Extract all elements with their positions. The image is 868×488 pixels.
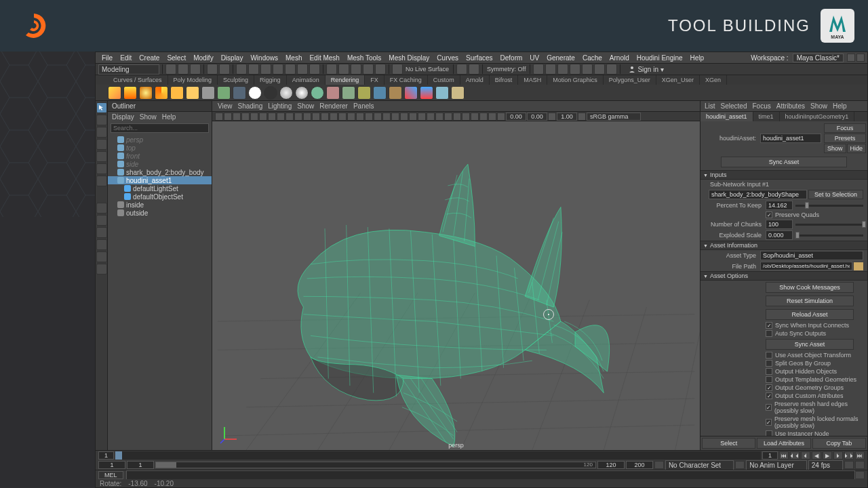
layout-outliner[interactable] <box>96 264 107 274</box>
vp-icon[interactable] <box>277 113 285 121</box>
select-mask-icon[interactable] <box>309 64 320 75</box>
vp-menu-item[interactable]: Panels <box>353 102 374 110</box>
paint-select-tool[interactable] <box>96 127 107 138</box>
select-hierarchy-icon[interactable] <box>260 64 271 75</box>
shelf-tab[interactable]: Custom <box>428 75 460 85</box>
step-back-button[interactable]: ⏴⏴ <box>790 451 800 460</box>
time-current-end[interactable]: 1 <box>762 451 778 460</box>
shelf-tab[interactable]: MASH <box>518 75 547 85</box>
vp-icon[interactable] <box>338 113 347 121</box>
shelf-tab[interactable]: XGen <box>700 75 727 85</box>
time-current[interactable]: 1 <box>98 451 114 460</box>
render-current-icon[interactable] <box>201 86 215 100</box>
vp-far-clip[interactable]: 0.00 <box>527 113 547 121</box>
vp-icon[interactable] <box>374 113 382 121</box>
vp-icon[interactable] <box>427 113 435 121</box>
outliner-item[interactable]: shark_body_2:body_body <box>108 168 212 176</box>
attr-menu-item[interactable]: Show <box>810 102 827 110</box>
checkbox[interactable]: ✓ <box>766 404 772 411</box>
use-background-icon[interactable] <box>389 86 402 100</box>
select-tool[interactable] <box>96 102 107 113</box>
save-scene-icon[interactable] <box>190 64 201 75</box>
render-settings-icon[interactable] <box>570 64 580 75</box>
light-editor-icon[interactable] <box>451 86 465 100</box>
vp-icon[interactable] <box>330 113 338 121</box>
render-view-icon[interactable] <box>557 64 568 75</box>
shelf-tab-rendering[interactable]: Rendering <box>326 75 366 85</box>
vp-icon[interactable] <box>233 113 241 121</box>
layout-single[interactable] <box>96 203 107 214</box>
num-chunks-slider[interactable] <box>795 224 863 226</box>
layout-two-side[interactable] <box>96 239 107 250</box>
layered-shader-icon[interactable] <box>326 86 340 100</box>
snap-grid-icon[interactable] <box>326 64 337 75</box>
snap-point-icon[interactable] <box>351 64 361 75</box>
surface-shader-icon[interactable] <box>373 86 387 100</box>
menu-item[interactable]: UV <box>526 54 542 62</box>
reset-sim-button[interactable]: Reset Simulation <box>766 296 854 306</box>
menu-item[interactable]: Windows <box>247 54 281 62</box>
shelf-tab[interactable]: XGen_User <box>656 75 700 85</box>
range-start-outer[interactable]: 1 <box>98 461 125 469</box>
attr-tab[interactable]: houdini_asset1 <box>701 112 753 121</box>
command-input[interactable] <box>126 470 855 480</box>
workspace-selector[interactable]: Maya Classic* <box>793 54 844 62</box>
menu-item[interactable]: Edit <box>117 54 135 62</box>
area-light-icon[interactable] <box>170 86 184 100</box>
vp-icon[interactable] <box>391 113 399 121</box>
menu-item[interactable]: Modify <box>190 54 216 62</box>
checkbox[interactable]: ✓ <box>766 322 772 329</box>
magnet-icon[interactable] <box>392 64 403 75</box>
reload-asset-button[interactable]: Reload Asset <box>766 309 854 320</box>
hide-button[interactable]: Hide <box>847 144 867 153</box>
file-path-field[interactable] <box>760 262 852 270</box>
ws-icon[interactable] <box>847 54 855 62</box>
set-to-selection-button[interactable]: Set to Selection <box>808 190 863 199</box>
attr-tab[interactable]: houdiniInputGeometry1 <box>780 112 855 121</box>
checkbox[interactable] <box>766 368 772 375</box>
vp-menu-item[interactable]: Renderer <box>319 102 348 110</box>
percent-keep-slider[interactable] <box>795 205 863 207</box>
checkbox[interactable] <box>766 360 772 367</box>
checkbox[interactable]: ✓ <box>766 392 772 399</box>
key-icon[interactable] <box>654 461 664 469</box>
vp-icon[interactable] <box>497 113 505 121</box>
vp-icon[interactable] <box>409 113 417 121</box>
forward-end-button[interactable]: ⏭ <box>855 451 865 460</box>
range-start-inner[interactable]: 1 <box>127 461 154 469</box>
vp-icon[interactable] <box>224 113 232 121</box>
ipr-render-icon[interactable] <box>217 86 231 100</box>
attr-menu-item[interactable]: Focus <box>752 102 770 110</box>
outliner-item[interactable]: outside <box>108 209 212 217</box>
rotate-tool[interactable] <box>96 151 107 162</box>
outliner-item[interactable]: persp <box>108 136 212 144</box>
autokey-button[interactable] <box>844 461 854 469</box>
shelf-tab[interactable]: FX Caching <box>384 75 428 85</box>
shelf-tab[interactable]: Arnold <box>460 75 490 85</box>
lasso-tool[interactable] <box>96 115 107 125</box>
menu-item[interactable]: Mesh Display <box>385 54 433 62</box>
lambert-icon[interactable] <box>311 86 324 100</box>
menu-item[interactable]: Help <box>687 54 708 62</box>
outliner-search[interactable] <box>111 123 209 133</box>
vp-icon[interactable] <box>471 113 479 121</box>
layout-three[interactable] <box>96 251 107 262</box>
ramp-shader-icon[interactable] <box>342 86 355 100</box>
menu-item[interactable]: Create <box>136 54 163 62</box>
sync-asset-button[interactable]: Sync Asset <box>721 157 847 167</box>
play-fwd-button[interactable]: ▶ <box>823 451 832 460</box>
vp-icon[interactable] <box>285 113 294 121</box>
checkbox[interactable]: ✓ <box>766 419 772 426</box>
vp-icon[interactable] <box>453 113 461 121</box>
shelf-tab[interactable]: Animation <box>287 75 326 85</box>
outliner-item[interactable]: inside <box>108 201 212 209</box>
spot-light-icon[interactable] <box>155 86 168 100</box>
layer-icon[interactable] <box>735 461 745 469</box>
node-name-field[interactable] <box>760 134 821 143</box>
play-back-button[interactable]: ◀ <box>812 451 821 460</box>
vp-icon[interactable] <box>215 113 223 121</box>
snap-curve-icon[interactable] <box>338 64 349 75</box>
vp-gamma[interactable]: 1.00 <box>557 113 577 121</box>
load-attributes-button[interactable]: Load Attributes <box>757 438 810 449</box>
shelf-tab[interactable]: Polygons_User <box>604 75 656 85</box>
